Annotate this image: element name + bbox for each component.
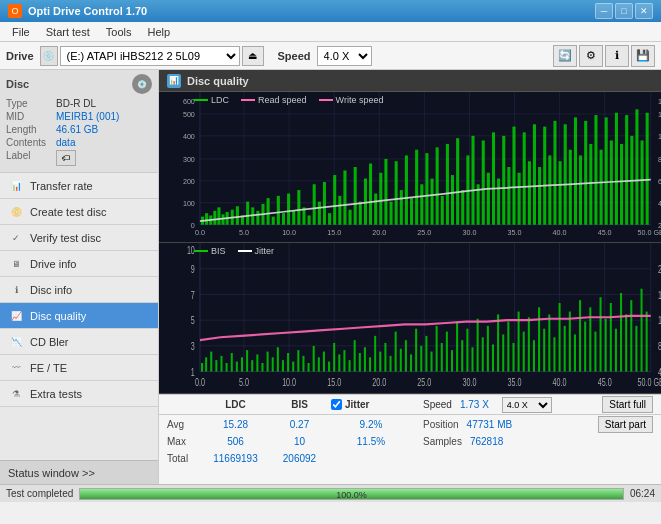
svg-rect-224 bbox=[471, 347, 473, 371]
svg-rect-129 bbox=[635, 109, 638, 224]
menu-file[interactable]: File bbox=[4, 24, 38, 40]
svg-rect-187 bbox=[282, 360, 284, 371]
menu-start-test[interactable]: Start test bbox=[38, 24, 98, 40]
nav-fe-te[interactable]: 〰 FE / TE bbox=[0, 355, 158, 381]
svg-rect-80 bbox=[384, 159, 387, 225]
disc-quality-icon: 📈 bbox=[8, 308, 24, 324]
svg-rect-190 bbox=[297, 350, 299, 371]
chart2-legend: BIS Jitter bbox=[194, 246, 274, 256]
svg-rect-185 bbox=[272, 357, 274, 371]
svg-rect-63 bbox=[297, 190, 300, 225]
nav-disc-info[interactable]: ℹ Disc info bbox=[0, 277, 158, 303]
samples-value: 762818 bbox=[470, 436, 503, 447]
nav-create-test-disc[interactable]: 📀 Create test disc bbox=[0, 199, 158, 225]
svg-rect-106 bbox=[518, 173, 521, 225]
nav-items: 📊 Transfer rate 📀 Create test disc ✓ Ver… bbox=[0, 173, 158, 460]
chart2-svg: 1 3 5 7 9 10 4% 8% 12% 16% 20% 0.0 5 bbox=[159, 243, 661, 393]
nav-disc-quality[interactable]: 📈 Disc quality bbox=[0, 303, 158, 329]
status-window-button[interactable]: Status window >> bbox=[0, 460, 158, 484]
cd-bler-icon: 📉 bbox=[8, 334, 24, 350]
svg-rect-221 bbox=[456, 322, 458, 372]
nav-transfer-rate-label: Transfer rate bbox=[30, 180, 93, 192]
save-button[interactable]: 💾 bbox=[631, 45, 655, 67]
svg-rect-208 bbox=[390, 356, 392, 372]
svg-rect-117 bbox=[574, 117, 577, 224]
nav-drive-info[interactable]: 🖥 Drive info bbox=[0, 251, 158, 277]
svg-rect-62 bbox=[292, 211, 295, 225]
max-ldc: 506 bbox=[203, 436, 268, 447]
svg-rect-249 bbox=[600, 297, 602, 371]
readspeed-legend-label: Read speed bbox=[258, 95, 307, 105]
speed-select[interactable]: 4.0 X bbox=[317, 46, 372, 66]
svg-rect-79 bbox=[379, 173, 382, 225]
nav-transfer-rate[interactable]: 📊 Transfer rate bbox=[0, 173, 158, 199]
jitter-checkbox-area: Jitter bbox=[331, 399, 411, 410]
svg-text:25.0: 25.0 bbox=[417, 377, 431, 388]
stats-ldc-header: LDC bbox=[203, 399, 268, 410]
svg-rect-246 bbox=[584, 322, 586, 372]
drive-info-icon: 🖥 bbox=[8, 256, 24, 272]
svg-rect-81 bbox=[390, 202, 393, 225]
nav-cd-bler[interactable]: 📉 CD Bler bbox=[0, 329, 158, 355]
app-icon: O bbox=[8, 4, 22, 18]
svg-rect-55 bbox=[256, 211, 259, 225]
disc-label-label: Label bbox=[6, 150, 56, 166]
svg-rect-244 bbox=[574, 334, 576, 371]
nav-extra-tests[interactable]: ⚗ Extra tests bbox=[0, 381, 158, 407]
svg-rect-104 bbox=[507, 167, 510, 225]
avg-label: Avg bbox=[167, 419, 199, 430]
status-text: Test completed bbox=[6, 488, 73, 499]
disc-type-label: Type bbox=[6, 98, 56, 109]
chart1-svg: 0 100 200 300 400 500 600 2 4 6 8 10 14 … bbox=[159, 92, 661, 242]
nav-verify-test-disc[interactable]: ✓ Verify test disc bbox=[0, 225, 158, 251]
svg-rect-177 bbox=[231, 353, 233, 372]
info-button[interactable]: ℹ bbox=[605, 45, 629, 67]
menu-bar: File Start test Tools Help bbox=[0, 22, 661, 42]
svg-rect-119 bbox=[584, 121, 587, 225]
svg-text:30.0: 30.0 bbox=[462, 228, 476, 238]
content-area: 📊 Disc quality LDC Read speed bbox=[159, 70, 661, 484]
svg-rect-231 bbox=[507, 322, 509, 372]
svg-rect-256 bbox=[635, 326, 637, 372]
speed-label: Speed bbox=[278, 50, 311, 62]
speed-max-select[interactable]: 4.0 X bbox=[502, 397, 552, 413]
svg-rect-116 bbox=[569, 150, 572, 225]
svg-text:9: 9 bbox=[191, 264, 195, 275]
svg-rect-251 bbox=[610, 303, 612, 372]
svg-rect-93 bbox=[451, 175, 454, 225]
ldc-legend-label: LDC bbox=[211, 95, 229, 105]
svg-text:40.0: 40.0 bbox=[553, 228, 567, 238]
chart2-container: BIS Jitter bbox=[159, 243, 661, 394]
svg-rect-252 bbox=[615, 329, 617, 372]
minimize-button[interactable]: ─ bbox=[595, 3, 613, 19]
disc-contents-label: Contents bbox=[6, 137, 56, 148]
svg-rect-239 bbox=[548, 314, 550, 371]
disc-section-header: Disc 💿 bbox=[6, 74, 152, 94]
start-full-button[interactable]: Start full bbox=[602, 396, 653, 413]
svg-rect-91 bbox=[441, 196, 444, 225]
disc-mid-label: MID bbox=[6, 111, 56, 122]
menu-help[interactable]: Help bbox=[139, 24, 178, 40]
svg-rect-195 bbox=[323, 352, 325, 372]
svg-rect-230 bbox=[502, 334, 504, 371]
disc-label-icon[interactable]: 🏷 bbox=[56, 150, 76, 166]
jitter-checkbox[interactable] bbox=[331, 399, 342, 410]
disc-icon: 💿 bbox=[132, 74, 152, 94]
start-part-button[interactable]: Start part bbox=[598, 416, 653, 433]
total-bis: 206092 bbox=[272, 453, 327, 464]
maximize-button[interactable]: □ bbox=[615, 3, 633, 19]
svg-rect-130 bbox=[641, 140, 644, 224]
svg-rect-217 bbox=[436, 326, 438, 372]
eject-button[interactable]: ⏏ bbox=[242, 46, 264, 66]
svg-rect-245 bbox=[579, 300, 581, 371]
svg-rect-257 bbox=[641, 289, 643, 372]
svg-rect-88 bbox=[425, 153, 428, 225]
drive-select[interactable]: (E:) ATAPI iHBS212 2 5L09 bbox=[60, 46, 240, 66]
menu-tools[interactable]: Tools bbox=[98, 24, 140, 40]
refresh-button[interactable]: 🔄 bbox=[553, 45, 577, 67]
svg-text:35.0: 35.0 bbox=[508, 377, 522, 388]
close-button[interactable]: ✕ bbox=[635, 3, 653, 19]
svg-rect-73 bbox=[349, 210, 352, 225]
writespeed-legend-label: Write speed bbox=[336, 95, 384, 105]
settings-button[interactable]: ⚙ bbox=[579, 45, 603, 67]
